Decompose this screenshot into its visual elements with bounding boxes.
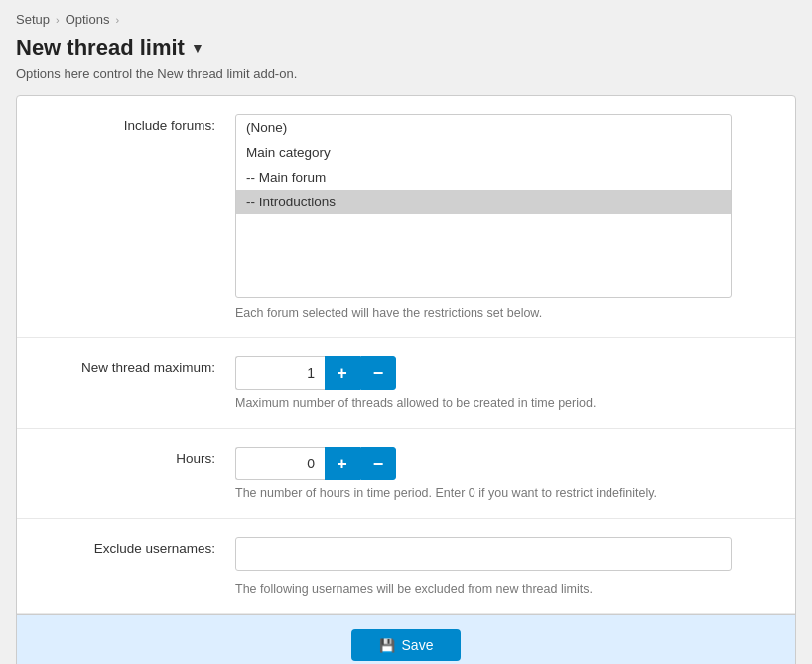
exclude-usernames-control: The following usernames will be excluded… (235, 537, 775, 596)
save-footer: 💾 Save (17, 614, 795, 664)
breadcrumb: Setup › Options › (16, 12, 796, 27)
new-thread-maximum-control: + − Maximum number of threads allowed to… (235, 356, 775, 410)
forum-select[interactable]: (None) Main category -- Main forum -- In… (235, 114, 732, 298)
hours-hint: The number of hours in time period. Ente… (235, 486, 775, 500)
hours-control: + − The number of hours in time period. … (235, 447, 775, 500)
include-forums-control: (None) Main category -- Main forum -- In… (235, 114, 775, 320)
new-thread-maximum-label: New thread maximum: (37, 356, 235, 375)
breadcrumb-options[interactable]: Options (66, 12, 110, 27)
include-forums-label: Include forums: (37, 114, 235, 133)
breadcrumb-separator-2: › (115, 14, 119, 26)
forum-option-none[interactable]: (None) (236, 115, 731, 140)
save-icon: 💾 (379, 638, 395, 653)
hours-input[interactable] (235, 447, 325, 480)
page-subtitle: Options here control the New thread limi… (16, 66, 796, 81)
content-box: Include forums: (None) Main category -- … (16, 95, 796, 664)
forum-option-main-category[interactable]: Main category (236, 140, 731, 165)
exclude-usernames-input[interactable] (235, 537, 732, 571)
forum-option-main-forum[interactable]: -- Main forum (236, 165, 731, 190)
save-button[interactable]: 💾 Save (351, 629, 462, 661)
include-forums-row: Include forums: (None) Main category -- … (17, 96, 795, 338)
thread-max-hint: Maximum number of threads allowed to be … (235, 396, 775, 410)
thread-max-stepper: + − (235, 356, 775, 390)
include-forums-hint: Each forum selected will have the restri… (235, 306, 775, 320)
thread-max-plus-button[interactable]: + (325, 356, 360, 390)
breadcrumb-separator-1: › (56, 14, 60, 26)
exclude-usernames-row: Exclude usernames: The following usernam… (17, 519, 795, 614)
breadcrumb-setup[interactable]: Setup (16, 12, 50, 27)
page-title-row: New thread limit ▼ (16, 35, 796, 61)
hours-row: Hours: + − The number of hours in time p… (17, 429, 795, 519)
exclude-usernames-hint: The following usernames will be excluded… (235, 582, 775, 596)
title-dropdown-arrow[interactable]: ▼ (191, 40, 204, 56)
exclude-usernames-label: Exclude usernames: (37, 537, 235, 556)
hours-label: Hours: (37, 447, 235, 465)
new-thread-maximum-row: New thread maximum: + − Maximum number o… (17, 338, 795, 429)
page-title: New thread limit (16, 35, 185, 61)
thread-max-input[interactable] (235, 356, 325, 390)
thread-max-minus-button[interactable]: − (360, 356, 396, 390)
save-label: Save (402, 637, 434, 653)
hours-plus-button[interactable]: + (325, 447, 360, 480)
hours-stepper: + − (235, 447, 775, 480)
forum-option-introductions[interactable]: -- Introductions (236, 190, 731, 214)
hours-minus-button[interactable]: − (360, 447, 396, 480)
